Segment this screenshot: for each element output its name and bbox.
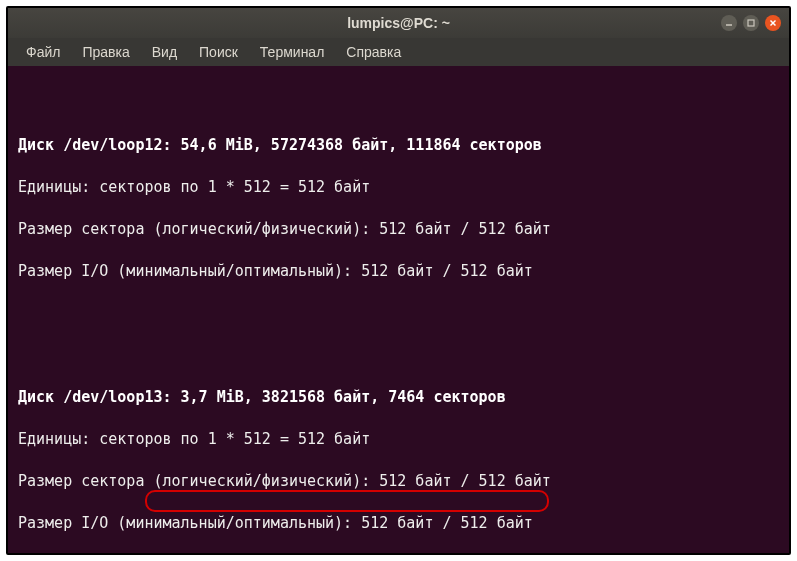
disk-header: Диск /dev/loop12: 54,6 MiB, 57274368 бай…: [18, 135, 779, 156]
window-controls: [721, 15, 781, 31]
disk-header: Диск /dev/loop13: 3,7 MiB, 3821568 байт,…: [18, 387, 779, 408]
titlebar[interactable]: lumpics@PC: ~: [8, 8, 789, 38]
disk-io: Размер I/O (минимальный/оптимальный): 51…: [18, 513, 779, 534]
disk-sector: Размер сектора (логический/физический): …: [18, 471, 779, 492]
menu-help[interactable]: Справка: [336, 40, 411, 64]
disk-io: Размер I/O (минимальный/оптимальный): 51…: [18, 261, 779, 282]
menu-edit[interactable]: Правка: [72, 40, 139, 64]
menubar: Файл Правка Вид Поиск Терминал Справка: [8, 38, 789, 66]
close-button[interactable]: [765, 15, 781, 31]
disk-units: Единицы: секторов по 1 * 512 = 512 байт: [18, 429, 779, 450]
disk-sector: Размер сектора (логический/физический): …: [18, 219, 779, 240]
minimize-button[interactable]: [721, 15, 737, 31]
svg-rect-1: [748, 20, 754, 26]
menu-file[interactable]: Файл: [16, 40, 70, 64]
maximize-button[interactable]: [743, 15, 759, 31]
disk-units: Единицы: секторов по 1 * 512 = 512 байт: [18, 177, 779, 198]
menu-search[interactable]: Поиск: [189, 40, 248, 64]
terminal-window: lumpics@PC: ~ Файл Правка Вид Поиск Терм…: [6, 6, 791, 555]
menu-terminal[interactable]: Терминал: [250, 40, 334, 64]
menu-view[interactable]: Вид: [142, 40, 187, 64]
window-title: lumpics@PC: ~: [347, 15, 450, 31]
terminal-output[interactable]: Диск /dev/loop12: 54,6 MiB, 57274368 бай…: [8, 66, 789, 553]
